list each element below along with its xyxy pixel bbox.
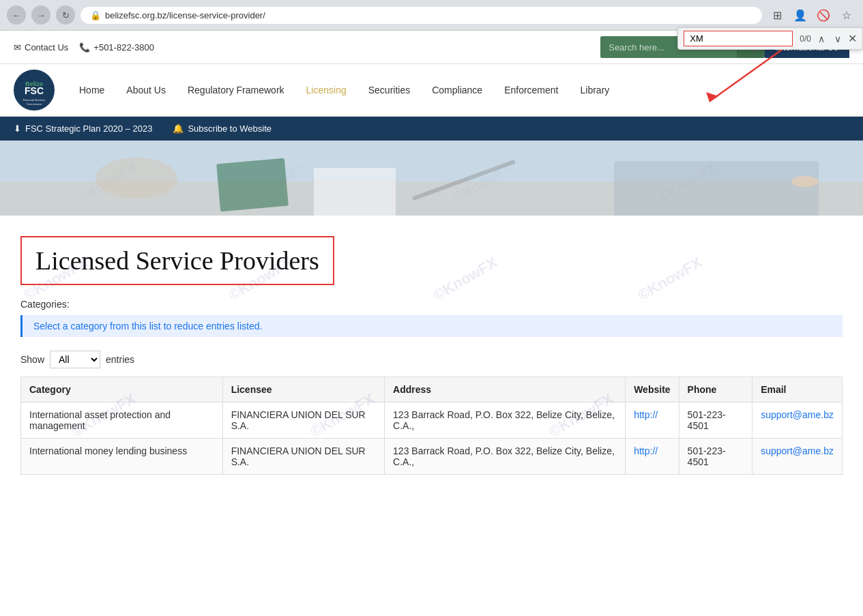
- bell-icon: 🔔: [173, 123, 184, 134]
- address-bar[interactable]: 🔒 belizefsc.org.bz/license-service-provi…: [81, 7, 762, 24]
- cell-email: support@ame.bz: [752, 402, 843, 439]
- subscribe-link[interactable]: Subscribe to Website: [188, 123, 272, 134]
- nav-link-about[interactable]: About Us: [115, 71, 177, 109]
- star-btn[interactable]: ☆: [837, 5, 856, 25]
- phone-icon: 📞: [79, 42, 90, 53]
- strategic-plan-item[interactable]: ⬇ FSC Strategic Plan 2020 – 2023: [14, 123, 152, 134]
- nav-item-about[interactable]: About Us: [115, 71, 177, 109]
- svg-rect-11: [314, 168, 396, 216]
- url-text: belizefsc.org.bz/license-service-provide…: [105, 10, 265, 20]
- show-label: Show: [20, 354, 44, 365]
- col-header-website: Website: [626, 377, 679, 402]
- categories-hint: Select a category from this list to redu…: [20, 315, 843, 337]
- hero-section: ©KnowFX ©KnowFX ©KnowFX ©KnowFX: [0, 141, 863, 216]
- website-link[interactable]: http://: [634, 409, 658, 420]
- nav-item-home[interactable]: Home: [68, 71, 115, 109]
- svg-text:FSC: FSC: [25, 85, 44, 96]
- table-row: International money lending business FIN…: [21, 439, 843, 475]
- profile-btn[interactable]: 👤: [791, 5, 810, 25]
- website-link[interactable]: http://: [634, 445, 658, 456]
- find-input[interactable]: [684, 31, 793, 46]
- forward-button[interactable]: →: [31, 5, 50, 25]
- back-button[interactable]: ←: [7, 5, 26, 25]
- strategic-plan-link[interactable]: FSC Strategic Plan 2020 – 2023: [25, 123, 152, 134]
- categories-hint-text: Select a category from this list to redu…: [33, 321, 262, 332]
- svg-rect-10: [216, 158, 289, 211]
- col-header-email: Email: [752, 377, 843, 402]
- nav-menu: Home About Us Regulatory Framework Licen…: [68, 71, 620, 109]
- svg-point-9: [96, 158, 177, 199]
- email-link[interactable]: support@ame.bz: [761, 409, 834, 420]
- cell-address: 123 Barrack Road, P.O. Box 322, Belize C…: [385, 402, 626, 439]
- show-entries: Show All 10 25 50 100 entries: [20, 351, 843, 368]
- extensions-btn[interactable]: ⊞: [767, 5, 787, 25]
- nav-item-regulatory[interactable]: Regulatory Framework: [177, 71, 295, 109]
- nav-link-securities[interactable]: Securities: [357, 71, 421, 109]
- nav-item-securities[interactable]: Securities: [357, 71, 421, 109]
- find-prev-button[interactable]: ∧: [815, 32, 828, 46]
- logo-circle: Belize FSC Financial Services Commission: [14, 70, 55, 111]
- categories-label: Categories:: [20, 299, 843, 310]
- svg-text:Commission: Commission: [27, 102, 42, 106]
- page-title: Licensed Service Providers: [35, 246, 319, 276]
- phone-item[interactable]: 📞 +501-822-3800: [79, 42, 154, 53]
- envelope-icon: ✉: [14, 42, 21, 53]
- cell-phone: 501-223-4501: [679, 402, 752, 439]
- cell-phone: 501-223-4501: [679, 439, 752, 475]
- table-header-row: Category Licensee Address Website Phone …: [21, 377, 843, 402]
- find-count: 0/0: [800, 34, 811, 44]
- lock-icon: 🔒: [90, 10, 101, 20]
- entries-select[interactable]: All 10 25 50 100: [50, 351, 100, 368]
- cell-email: support@ame.bz: [752, 439, 843, 475]
- download-icon: ⬇: [14, 123, 21, 134]
- find-close-button[interactable]: ✕: [848, 32, 857, 45]
- phone-number: +501-822-3800: [93, 42, 154, 53]
- nav-item-compliance[interactable]: Compliance: [421, 71, 493, 109]
- nav-item-licensing[interactable]: Licensing: [295, 71, 357, 109]
- find-bar: 0/0 ∧ ∨ ✕: [677, 27, 863, 50]
- email-link[interactable]: support@ame.bz: [761, 445, 834, 456]
- cell-website: http://: [626, 439, 679, 475]
- subscribe-item[interactable]: 🔔 Subscribe to Website: [173, 123, 272, 134]
- svg-text:Financial Services: Financial Services: [23, 98, 45, 102]
- cell-website: http://: [626, 402, 679, 439]
- nav-link-enforcement[interactable]: Enforcement: [493, 71, 569, 109]
- nav-link-licensing[interactable]: Licensing: [295, 71, 357, 109]
- svg-rect-13: [614, 161, 819, 216]
- contact-us-item[interactable]: ✉ Contact Us: [14, 42, 68, 53]
- cell-category: International asset protection and manag…: [21, 402, 223, 439]
- table-row: International asset protection and manag…: [21, 402, 843, 439]
- col-header-address: Address: [385, 377, 626, 402]
- main-navigation: Belize FSC Financial Services Commission…: [0, 64, 863, 117]
- logo-area[interactable]: Belize FSC Financial Services Commission: [14, 64, 55, 116]
- cell-licensee: FINANCIERA UNION DEL SUR S.A.: [222, 439, 384, 475]
- find-next-button[interactable]: ∨: [832, 32, 844, 46]
- nav-link-home[interactable]: Home: [68, 71, 115, 109]
- svg-point-14: [791, 176, 819, 187]
- eye-slash-btn[interactable]: 🚫: [814, 5, 833, 25]
- col-header-category: Category: [21, 377, 223, 402]
- col-header-phone: Phone: [679, 377, 752, 402]
- hero-image: [0, 141, 863, 216]
- nav-link-regulatory[interactable]: Regulatory Framework: [177, 71, 295, 109]
- page-title-box: Licensed Service Providers: [20, 236, 334, 285]
- entries-label: entries: [106, 354, 134, 365]
- nav-item-enforcement[interactable]: Enforcement: [493, 71, 569, 109]
- browser-chrome: ← → ↻ 🔒 belizefsc.org.bz/license-service…: [0, 0, 863, 31]
- blue-banner: ⬇ FSC Strategic Plan 2020 – 2023 🔔 Subsc…: [0, 117, 863, 141]
- contact-us-label[interactable]: Contact Us: [25, 42, 68, 53]
- main-content: ©KnowFX ©KnowFX ©KnowFX ©KnowFX ©KnowFX …: [0, 216, 863, 495]
- cell-licensee: FINANCIERA UNION DEL SUR S.A.: [222, 402, 384, 439]
- nav-item-library[interactable]: Library: [570, 71, 621, 109]
- reload-button[interactable]: ↻: [56, 5, 75, 25]
- data-table: Category Licensee Address Website Phone …: [20, 377, 843, 475]
- col-header-licensee: Licensee: [222, 377, 384, 402]
- contact-info: ✉ Contact Us 📞 +501-822-3800: [14, 42, 154, 53]
- cell-address: 123 Barrack Road, P.O. Box 322, Belize C…: [385, 439, 626, 475]
- nav-link-library[interactable]: Library: [570, 71, 621, 109]
- cell-category: International money lending business: [21, 439, 223, 475]
- nav-link-compliance[interactable]: Compliance: [421, 71, 493, 109]
